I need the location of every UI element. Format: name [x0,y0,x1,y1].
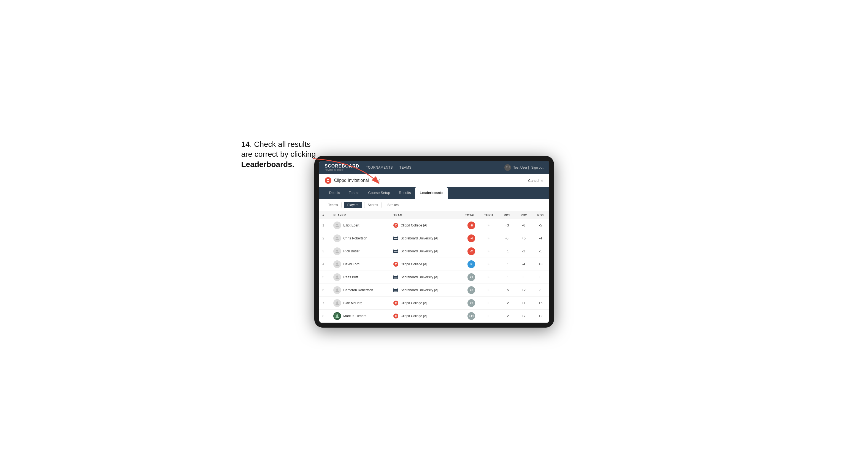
table-row: 7 Blair McHargCClippd College [A]+9F+2+1… [319,297,549,310]
cell-player: David Ford [330,258,390,271]
cell-rd2: -4 [516,258,532,271]
player-name: Chris Robertson [343,237,367,240]
cell-player: Chris Robertson [330,232,390,245]
filter-teams-button[interactable]: Teams [325,202,342,208]
logo-sub: Powered by clippd [325,168,360,171]
logo-text: SCOREBOARD [325,164,360,168]
cell-rd2: -6 [516,219,532,232]
team-name: Clippd College [A] [401,314,427,318]
player-name: Cameron Robertson [343,288,373,292]
cell-rank: 4 [319,258,330,271]
tab-details[interactable]: Details [325,187,345,199]
filter-bar: Teams Players Scores Strokes [319,199,549,211]
cell-rank: 3 [319,245,330,258]
tournament-tag: (Men) [372,179,380,182]
cell-player: Rich Butler [330,245,390,258]
cell-rd1: +2 [499,310,516,323]
cell-rd1: +1 [499,258,516,271]
cell-rd2: -2 [516,245,532,258]
user-label: Test User | [513,165,529,169]
tablet-frame: SCOREBOARD Powered by clippd TOURNAMENTS… [314,156,554,328]
tab-results[interactable]: Results [395,187,415,199]
col-team: TEAM [390,211,457,219]
tablet-screen: SCOREBOARD Powered by clippd TOURNAMENTS… [319,161,549,323]
filter-scores-button[interactable]: Scores [364,202,381,208]
cell-rank: 8 [319,310,330,323]
svg-point-2 [336,237,338,238]
team-name: Scoreboard University [A] [401,288,438,292]
table-row: 2 Chris RobertsonScoreboard University [… [319,232,549,245]
team-name: Scoreboard University [A] [401,249,438,253]
col-rd1: RD1 [499,211,516,219]
leaderboard-table: # PLAYER TEAM TOTAL THRU RD1 RD2 RD3 1 E… [319,211,549,323]
cell-rank: 6 [319,284,330,297]
tab-teams[interactable]: Teams [344,187,364,199]
cell-player: Blair McHarg [330,297,390,310]
cell-rd1: +3 [499,219,516,232]
logo-area: SCOREBOARD Powered by clippd [325,164,360,171]
col-rd2: RD2 [516,211,532,219]
annotation: 14. Check all results are correct by cli… [241,139,316,169]
cell-team: CClippd College [A] [390,258,457,271]
cell-total: +1 [457,271,478,284]
cell-rd1: -5 [499,232,516,245]
player-name: Marcus Turners [343,314,366,318]
cell-team: Scoreboard University [A] [390,232,457,245]
player-name: Rich Butler [343,249,360,253]
player-name: Blair McHarg [343,301,362,305]
filter-players-button[interactable]: Players [344,202,362,208]
sign-out-link[interactable]: Sign out [531,165,543,169]
cell-total: E [457,258,478,271]
team-name: Clippd College [A] [401,223,427,227]
cell-thru: F [478,271,498,284]
cell-rd3: -1 [532,284,549,297]
cell-rd3: +3 [532,258,549,271]
table-row: 4 David FordCClippd College [A]EF+1-4+3 [319,258,549,271]
cell-rd2: +5 [516,232,532,245]
cell-rd3: +6 [532,297,549,310]
annotation-bold: Leaderboards. [241,160,294,168]
cell-thru: F [478,245,498,258]
top-nav-right: TU Test User | Sign out [504,164,543,171]
svg-point-4 [336,262,338,264]
player-name: Elliot Ebert [343,223,359,227]
tab-course-setup[interactable]: Course Setup [364,187,395,199]
svg-point-1 [336,224,338,225]
annotation-line1: 14. Check all results [241,140,311,149]
cell-rd1: +2 [499,297,516,310]
col-total: TOTAL [457,211,478,219]
cell-rd1: +1 [499,271,516,284]
cell-rd2: E [516,271,532,284]
nav-teams[interactable]: TEAMS [399,164,411,170]
svg-point-3 [336,250,338,251]
user-avatar: TU [504,164,511,171]
cell-team: Scoreboard University [A] [390,271,457,284]
cell-thru: F [478,310,498,323]
tournament-icon: C [325,177,331,184]
col-thru: THRU [478,211,498,219]
cell-total: -2 [457,245,478,258]
col-player: PLAYER [330,211,390,219]
player-name: David Ford [343,262,360,266]
cell-total: +6 [457,284,478,297]
cell-total: +11 [457,310,478,323]
filter-strokes-button[interactable]: Strokes [384,202,402,208]
table-row: 6 Cameron RobertsonScoreboard University… [319,284,549,297]
cancel-button[interactable]: Cancel ✕ [528,179,543,183]
team-name: Scoreboard University [A] [401,275,438,279]
table-row: 3 Rich ButlerScoreboard University [A]-2… [319,245,549,258]
cell-rd2: +1 [516,297,532,310]
nav-tournaments[interactable]: TOURNAMENTS [366,164,393,170]
cell-rd2: +7 [516,310,532,323]
svg-point-5 [336,276,338,277]
cell-player: Cameron Robertson [330,284,390,297]
cell-total: -4 [457,232,478,245]
tab-leaderboards[interactable]: Leaderboards [415,187,447,199]
page-wrapper: 14. Check all results are correct by cli… [241,139,627,328]
svg-point-7 [336,302,338,303]
cell-thru: F [478,297,498,310]
cell-team: Scoreboard University [A] [390,245,457,258]
cell-rd3: -5 [532,219,549,232]
cell-rank: 7 [319,297,330,310]
table-header-row: # PLAYER TEAM TOTAL THRU RD1 RD2 RD3 [319,211,549,219]
